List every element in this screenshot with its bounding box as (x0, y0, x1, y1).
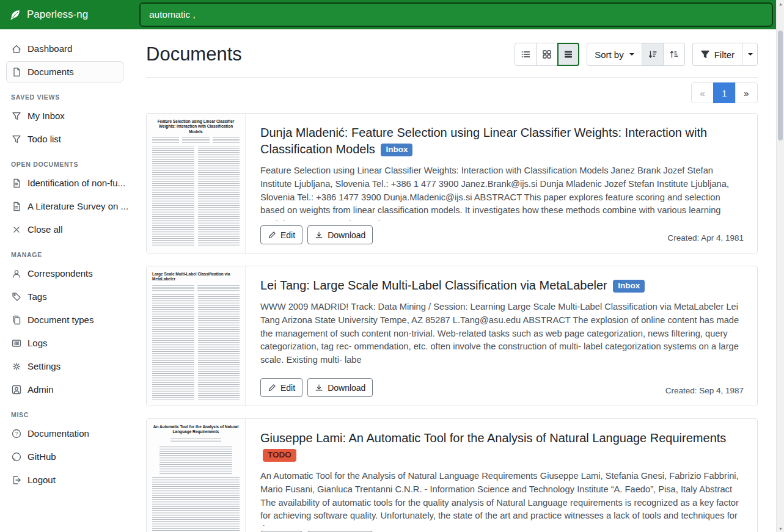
sidebar-section-open-documents: OPEN DOCUMENTS (11, 161, 119, 168)
view-grid-button[interactable] (536, 43, 558, 66)
vertical-scrollbar[interactable]: ▲ ▼ (776, 0, 784, 532)
pencil-icon (268, 384, 276, 392)
document-title[interactable]: Giuseppe Lami: An Automatic Tool for the… (260, 430, 744, 463)
sidebar-item-open-doc-1[interactable]: Identification of non-fu... (6, 172, 123, 194)
grid-view-icon (542, 49, 552, 59)
sidebar-item-settings[interactable]: Settings (6, 355, 123, 377)
download-button[interactable]: Download (307, 225, 373, 244)
thumbnail-title: An Automatic Tool for the Analysis of Na… (152, 425, 240, 435)
document-card-footer: Edit Download Created: Apr 4, 1981 (260, 225, 744, 244)
sidebar-item-document-types[interactable]: Document types (6, 309, 123, 330)
sort-by-button[interactable]: Sort by (587, 43, 642, 66)
sidebar-item-github[interactable]: GitHub (6, 446, 123, 467)
tag-icon (12, 292, 21, 302)
filter-button[interactable]: Filter (692, 43, 742, 66)
sidebar-item-admin[interactable]: Admin (6, 379, 123, 400)
sidebar-item-label: Close all (27, 224, 63, 235)
close-icon (12, 225, 21, 235)
sort-by-label: Sort by (595, 49, 624, 60)
sidebar-item-open-doc-2[interactable]: A Literature Survey on ... (6, 195, 123, 217)
sidebar-item-dashboard[interactable]: Dashboard (6, 38, 123, 59)
document-card: Large Scale Multi-Label Classification v… (146, 266, 758, 406)
document-thumbnail[interactable]: An Automatic Tool for the Analysis of Na… (147, 419, 246, 532)
file-icon (12, 67, 21, 77)
logout-icon (12, 475, 21, 485)
thumbnail-authors (152, 285, 240, 291)
thumbnail-authors (152, 137, 240, 144)
sidebar-section-saved-views: SAVED VIEWS (11, 93, 119, 101)
global-search-input[interactable] (139, 2, 773, 27)
sidebar-item-my-inbox[interactable]: My Inbox (6, 105, 123, 126)
sidebar-item-correspondents[interactable]: Correspondents (6, 263, 123, 284)
person-frame-icon (12, 385, 21, 395)
funnel-icon (700, 49, 710, 59)
question-circle-icon: ? (12, 429, 21, 439)
sort-direction-descending-button[interactable] (642, 43, 664, 66)
page-title: Documents (146, 43, 242, 65)
sidebar-item-label: A Literature Survey on ... (27, 201, 128, 211)
app-name: Paperless-ng (27, 9, 88, 21)
download-button[interactable]: Download (307, 378, 373, 397)
sort-group: Sort by (587, 43, 685, 66)
filter-dropdown-button[interactable] (742, 43, 758, 66)
sidebar-item-label: Document types (27, 315, 93, 325)
download-icon (315, 231, 323, 239)
download-icon (315, 384, 323, 392)
sidebar-item-tags[interactable]: Tags (6, 286, 123, 307)
thumbnail-text-block (152, 477, 240, 532)
tag-badge[interactable]: Inbox (381, 144, 412, 156)
document-excerpt: An Automatic Tool for the Analysis of Na… (260, 470, 744, 526)
filter-icon (12, 134, 21, 144)
document-thumbnail[interactable]: Feature Selection using Linear Classifie… (147, 114, 246, 253)
scroll-down-arrow[interactable]: ▼ (777, 525, 784, 532)
sort-direction-ascending-button[interactable] (663, 43, 685, 66)
sidebar-item-logs[interactable]: Logs (6, 332, 123, 354)
pagination-next-button[interactable]: » (735, 82, 758, 103)
sidebar-section-misc: MISC (11, 411, 119, 418)
created-date: Created: Sep 4, 1987 (665, 386, 744, 397)
sidebar-item-documentation[interactable]: ? Documentation (6, 423, 123, 444)
sidebar-item-close-all[interactable]: Close all (6, 219, 123, 240)
edit-button[interactable]: Edit (260, 225, 302, 244)
details-view-icon (563, 49, 573, 59)
thumbnail-authors (170, 438, 221, 443)
view-details-button[interactable] (557, 43, 579, 66)
tag-badge[interactable]: TODO (263, 449, 296, 462)
svg-text:?: ? (15, 431, 18, 437)
sidebar-item-label: My Inbox (27, 111, 65, 121)
sidebar-item-label: Correspondents (27, 268, 93, 279)
scroll-up-arrow[interactable]: ▲ (777, 0, 784, 7)
thumbnail-text-columns (152, 147, 240, 247)
document-card-footer: Edit Download Created: Sep 4, 1987 (260, 378, 744, 397)
sidebar-item-label: Dashboard (27, 43, 72, 54)
document-title[interactable]: Dunja Mladenić: Feature Selection using … (260, 125, 744, 158)
pagination-page-1-button[interactable]: 1 (713, 82, 736, 103)
document-thumbnail[interactable]: Large Scale Multi-Label Classification v… (147, 266, 246, 406)
file-stack-icon (12, 315, 21, 325)
scrollbar-thumb[interactable] (778, 31, 783, 140)
sidebar-item-documents[interactable]: Documents (6, 61, 123, 82)
document-card-body: Giuseppe Lami: An Automatic Tool for the… (246, 419, 757, 532)
tag-badge[interactable]: Inbox (613, 280, 645, 293)
sidebar-item-logout[interactable]: Logout (6, 469, 123, 490)
person-icon (12, 269, 21, 279)
sidebar-item-label: GitHub (27, 451, 56, 462)
pagination-prev-button[interactable]: « (691, 82, 714, 103)
edit-button[interactable]: Edit (260, 378, 302, 397)
sort-ascending-icon (669, 49, 679, 59)
document-title[interactable]: Lei Tang: Large Scale Multi-Label Classi… (260, 277, 744, 294)
filter-group: Filter (692, 43, 758, 66)
sidebar-item-todo-list[interactable]: Todo list (6, 128, 123, 150)
app-brand[interactable]: Paperless-ng (0, 9, 130, 21)
document-excerpt: WWW 2009 MADRID! Track: Data Mining / Se… (260, 301, 744, 367)
sidebar-item-label: Documentation (27, 428, 89, 439)
file-text-icon (12, 178, 21, 188)
sidebar-item-label: Admin (27, 384, 54, 395)
created-date: Created: Apr 4, 1981 (667, 233, 744, 244)
sidebar-item-label: Documents (27, 67, 74, 77)
thumbnail-abstract (159, 446, 232, 474)
filter-icon (12, 111, 21, 121)
leaf-logo-icon (9, 9, 21, 21)
gear-icon (12, 362, 21, 371)
view-table-button[interactable] (515, 43, 537, 66)
